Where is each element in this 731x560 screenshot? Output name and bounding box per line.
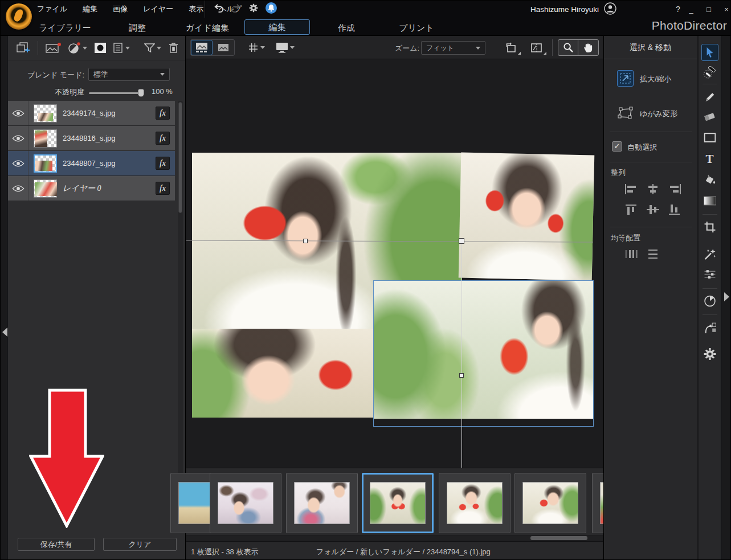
adjustment-sliders-tool[interactable] [704,269,716,282]
notification-bell-icon[interactable] [266,2,277,16]
align-top-icon[interactable] [623,203,639,216]
visibility-eye-icon[interactable] [8,101,28,125]
fx-badge[interactable]: fx [156,132,170,145]
transform-handle[interactable] [459,373,464,378]
layer-thumbnail[interactable] [34,104,57,122]
grid-overlay-button[interactable] [244,39,268,56]
filmstrip-scrollbar[interactable] [186,536,603,541]
tab-print[interactable]: プリント [394,21,439,35]
selection-brush-tool[interactable] [703,66,717,81]
layers-scrollbar[interactable] [178,101,183,532]
transform-handle[interactable] [459,238,464,244]
eraser-tool[interactable] [704,112,716,124]
gradient-tool[interactable] [703,196,716,208]
collapse-right-panel-icon[interactable] [724,292,729,301]
redo-icon[interactable] [231,3,242,15]
filmstrip-thumbnail[interactable] [286,473,358,533]
scale-mode-icon[interactable] [617,70,634,87]
collage-photo-bottom-left[interactable] [192,329,374,418]
magic-wand-tool[interactable] [703,248,716,263]
delete-layer-icon[interactable] [169,42,178,54]
export-to-layers-tool[interactable] [703,321,716,337]
blend-mode-select[interactable]: 標準 [88,68,170,81]
distribute-horizontal-icon[interactable] [623,248,639,260]
layers-scrollbar-handle[interactable] [178,102,182,213]
maximize-button[interactable]: □ [705,5,713,14]
fx-badge[interactable]: fx [156,157,170,170]
crop-tool[interactable] [704,221,716,235]
menu-edit[interactable]: 編集 [83,4,97,14]
distribute-vertical-icon[interactable] [645,248,661,260]
radial-filter-tool[interactable] [704,295,716,309]
distort-mode-label[interactable]: ゆがみ変形 [640,109,677,119]
settings-gear-icon[interactable] [248,3,259,15]
tool-settings-gear-icon[interactable] [703,348,716,363]
tab-create[interactable]: 作成 [324,21,369,35]
straighten-tool-button[interactable] [526,39,548,56]
account-area[interactable]: Hashizume Hiroyuki [530,1,616,18]
fx-badge[interactable]: fx [156,107,170,120]
fill-bucket-tool[interactable] [703,174,716,189]
menu-view[interactable]: 表示 [189,4,203,14]
layer-row[interactable]: レイヤー 0 fx [8,176,175,201]
mask-icon[interactable] [95,43,106,53]
layer-options-icon[interactable] [113,43,130,53]
zoom-select[interactable]: フィット [421,41,485,55]
layer-thumbnail[interactable] [34,129,57,148]
collage-photo-top-right[interactable] [459,153,595,281]
visibility-eye-icon[interactable] [8,151,28,175]
align-center-horizontal-icon[interactable] [645,183,661,195]
menu-image[interactable]: 画像 [113,4,128,14]
selection-bounding-box[interactable] [373,280,594,427]
text-tool[interactable]: T [705,152,713,166]
layer-row-selected[interactable]: 23448807_s.jpg fx [8,151,175,176]
layer-thumbnail[interactable] [34,154,57,173]
distort-mode-icon[interactable] [616,105,634,121]
menu-layer[interactable]: レイヤー [143,4,173,14]
undo-icon[interactable] [213,3,224,15]
tab-adjustment[interactable]: 調整 [115,21,160,35]
filmstrip-thumbnail[interactable] [514,473,586,533]
clear-button[interactable]: クリア [103,538,177,551]
display-proof-button[interactable] [273,39,297,56]
rotate-tool-button[interactable] [500,39,522,56]
auto-select-label[interactable]: 自動選択 [627,142,657,153]
import-image-icon[interactable] [46,42,61,54]
close-button[interactable]: × [722,5,730,14]
user-avatar-icon[interactable] [604,2,616,17]
canvas-area[interactable] [186,59,603,468]
help-button[interactable]: ? [673,1,683,18]
add-layer-icon[interactable] [17,42,30,54]
opacity-slider-knob[interactable] [138,89,144,97]
scale-mode-label[interactable]: 拡大/縮小 [640,74,672,84]
align-left-icon[interactable] [623,183,639,195]
shape-rectangle-tool[interactable] [704,133,716,145]
tab-edit[interactable]: 編集 [244,19,310,35]
auto-select-checkbox[interactable]: ✓ [612,141,622,152]
tab-library[interactable]: ライブラリー [36,21,93,35]
adjustment-layer-icon[interactable] [68,42,87,54]
align-right-icon[interactable] [667,183,683,195]
layer-row[interactable]: 23449174_s.jpg fx [8,101,175,126]
layer-thumbnail[interactable] [34,179,57,198]
zoom-tool-button[interactable] [558,40,578,55]
filmstrip-scrollbar-handle[interactable] [530,536,587,540]
collapse-left-panel-icon[interactable] [2,328,7,337]
opacity-slider[interactable] [89,92,141,94]
visibility-eye-icon[interactable] [8,126,28,150]
fx-badge[interactable]: fx [156,182,170,195]
visibility-eye-icon[interactable] [8,176,28,201]
select-tool-active[interactable] [701,44,718,61]
layer-row[interactable]: 23448816_s.jpg fx [8,126,175,151]
pen-tool[interactable] [704,91,716,105]
transform-handle[interactable] [303,239,308,243]
minimize-button[interactable]: _ [687,5,695,14]
save-share-button[interactable]: 保存/共有 [18,538,95,551]
filmstrip-thumbnail[interactable] [210,473,281,533]
viewer-with-filmstrip-button[interactable] [191,40,213,55]
filmstrip-thumbnail[interactable] [439,473,511,533]
align-bottom-icon[interactable] [667,203,683,216]
filter-layers-icon[interactable] [144,43,161,53]
align-middle-vertical-icon[interactable] [645,203,661,216]
menu-file[interactable]: ファイル [37,4,67,14]
